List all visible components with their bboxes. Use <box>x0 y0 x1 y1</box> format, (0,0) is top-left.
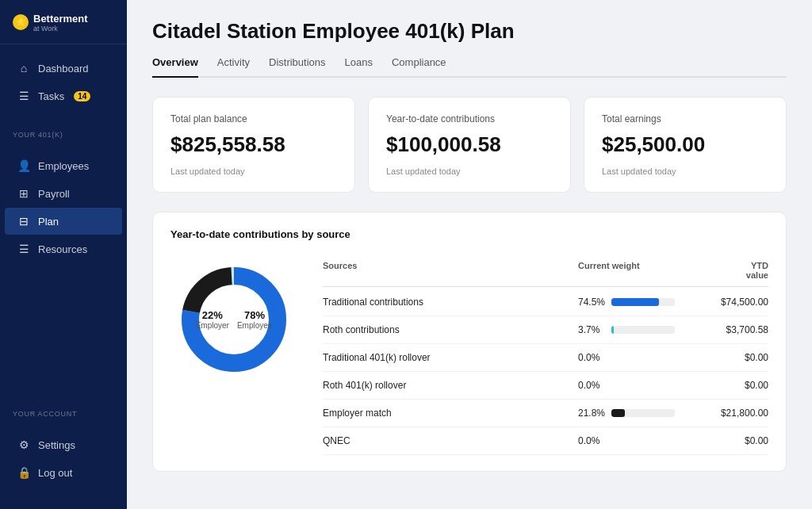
table-row: Roth contributions 3.7% $3,700.58 <box>323 316 768 344</box>
contributions-card: Year-to-date contributions by source <box>152 212 787 472</box>
sidebar-item-employees[interactable]: 👤 Employees <box>5 152 122 179</box>
scrollable-content: Citadel Station Employee 401(k) Plan Ove… <box>127 0 812 509</box>
main-content-area: Citadel Station Employee 401(k) Plan Ove… <box>127 0 812 509</box>
resources-icon: ☰ <box>17 243 30 255</box>
bar-fill <box>611 298 659 306</box>
stat-card-earnings: Total earnings $25,500.00 Last updated t… <box>584 97 787 193</box>
row-weight: 21.8% <box>578 408 689 419</box>
row-name: Traditional 401(k) rollover <box>323 352 578 363</box>
row-value: $21,800.00 <box>689 408 768 419</box>
row-name: Roth contributions <box>323 324 578 335</box>
logo-brand: Betterment <box>33 13 88 25</box>
row-name: Roth 401(k) rollover <box>323 380 578 391</box>
stat-updated-balance: Last updated today <box>170 166 337 176</box>
logo-icon: 🌟 <box>13 14 29 30</box>
sidebar-401k-nav: 👤 Employees ⊞ Payroll ⊟ Plan ☰ Resources <box>0 142 127 273</box>
sidebar-label-tasks: Tasks <box>38 90 64 102</box>
employee-label: Employee <box>237 321 272 330</box>
th-sources: Sources <box>323 261 578 280</box>
table-body: Traditional contributions 74.5% $74,500.… <box>323 289 768 455</box>
table-row: Traditional contributions 74.5% $74,500.… <box>323 289 768 316</box>
th-weight: Current weight <box>578 261 689 280</box>
table-row: QNEC 0.0% $0.00 <box>323 427 768 455</box>
sidebar-item-settings[interactable]: ⚙ Settings <box>5 431 122 458</box>
sidebar-label-payroll: Payroll <box>38 188 70 200</box>
stat-label-contributions: Year-to-date contributions <box>386 113 553 124</box>
sidebar-label-plan: Plan <box>38 216 59 228</box>
donut-chart: 22% Employer 78% Employee <box>170 256 297 383</box>
sidebar-item-dashboard[interactable]: ⌂ Dashboard <box>5 55 122 82</box>
stat-updated-earnings: Last updated today <box>602 166 768 176</box>
sidebar-label-logout: Log out <box>38 467 72 479</box>
table-header: Sources Current weight YTDvalue <box>323 256 768 287</box>
table-row: Traditional 401(k) rollover 0.0% $0.00 <box>323 344 768 372</box>
row-name: QNEC <box>323 435 578 446</box>
section-401k-label: YOUR 401(K) <box>0 120 127 142</box>
bar-container <box>611 326 675 334</box>
tab-activity[interactable]: Activity <box>217 56 250 76</box>
sidebar-label-settings: Settings <box>38 439 75 451</box>
contributions-section-title: Year-to-date contributions by source <box>170 228 768 240</box>
stat-card-contributions: Year-to-date contributions $100,000.58 L… <box>368 97 571 193</box>
sidebar-item-tasks[interactable]: ☰ Tasks 14 <box>5 82 122 109</box>
sidebar-label-resources: Resources <box>38 243 87 255</box>
table-row: Roth 401(k) rollover 0.0% $0.00 <box>323 372 768 400</box>
employees-icon: 👤 <box>17 159 30 172</box>
bar-fill <box>611 326 614 334</box>
tabs-bar: Overview Activity Distributions Loans Co… <box>152 56 787 78</box>
tab-overview[interactable]: Overview <box>152 56 198 76</box>
stat-value-contributions: $100,000.58 <box>386 132 553 157</box>
bar-fill <box>611 409 625 417</box>
row-weight: 74.5% <box>578 297 689 308</box>
bar-container <box>611 409 675 417</box>
row-weight: 0.0% <box>578 380 689 391</box>
row-weight: 3.7% <box>578 324 689 335</box>
sidebar-main-nav: ⌂ Dashboard ☰ Tasks 14 <box>0 44 127 120</box>
stat-value-earnings: $25,500.00 <box>602 132 768 157</box>
tasks-badge: 14 <box>74 91 90 101</box>
row-name: Traditional contributions <box>323 297 578 308</box>
sidebar-item-resources[interactable]: ☰ Resources <box>5 235 122 262</box>
row-value: $0.00 <box>689 435 768 446</box>
stat-value-balance: $825,558.58 <box>170 132 337 157</box>
sidebar-label-dashboard: Dashboard <box>38 63 89 75</box>
sidebar-item-logout[interactable]: 🔒 Log out <box>5 459 122 486</box>
logo-area: 🌟 Betterment at Work <box>0 0 127 44</box>
row-weight: 0.0% <box>578 352 689 363</box>
stat-label-earnings: Total earnings <box>602 113 768 124</box>
employer-label: Employer <box>196 321 229 330</box>
contributions-body: 22% Employer 78% Employee Sources Curren… <box>170 256 768 455</box>
row-value: $0.00 <box>689 380 768 391</box>
page-title: Citadel Station Employee 401(k) Plan <box>152 19 787 44</box>
tab-compliance[interactable]: Compliance <box>392 56 446 76</box>
sidebar-item-payroll[interactable]: ⊞ Payroll <box>5 180 122 207</box>
donut-employer-segment: 22% Employer <box>196 309 229 330</box>
stats-row: Total plan balance $825,558.58 Last upda… <box>152 97 787 193</box>
payroll-icon: ⊞ <box>17 187 30 200</box>
tab-distributions[interactable]: Distributions <box>269 56 326 76</box>
home-icon: ⌂ <box>17 62 30 75</box>
donut-label: 22% Employer 78% Employee <box>196 309 273 330</box>
stat-card-balance: Total plan balance $825,558.58 Last upda… <box>152 97 355 193</box>
row-value: $74,500.00 <box>689 297 768 308</box>
tab-loans[interactable]: Loans <box>345 56 373 76</box>
sidebar-item-plan[interactable]: ⊟ Plan <box>5 208 122 235</box>
th-value: YTDvalue <box>689 261 768 280</box>
row-value: $3,700.58 <box>689 324 768 335</box>
sidebar: 🌟 Betterment at Work ⌂ Dashboard ☰ Tasks… <box>0 0 127 509</box>
row-value: $0.00 <box>689 352 768 363</box>
sources-table: Sources Current weight YTDvalue Traditio… <box>323 256 768 455</box>
tasks-icon: ☰ <box>17 90 30 102</box>
stat-label-balance: Total plan balance <box>170 113 337 124</box>
section-account-label: YOUR ACCOUNT <box>0 399 127 421</box>
sidebar-label-employees: Employees <box>38 160 89 172</box>
stat-updated-contributions: Last updated today <box>386 166 553 176</box>
row-name: Employer match <box>323 408 578 419</box>
sidebar-account-nav: ⚙ Settings 🔒 Log out <box>0 421 127 496</box>
plan-icon: ⊟ <box>17 215 30 228</box>
bar-container <box>611 298 675 306</box>
donut-employee-segment: 78% Employee <box>237 309 272 330</box>
logout-icon: 🔒 <box>17 466 30 479</box>
row-weight: 0.0% <box>578 435 689 446</box>
employee-pct: 78% <box>237 309 272 321</box>
